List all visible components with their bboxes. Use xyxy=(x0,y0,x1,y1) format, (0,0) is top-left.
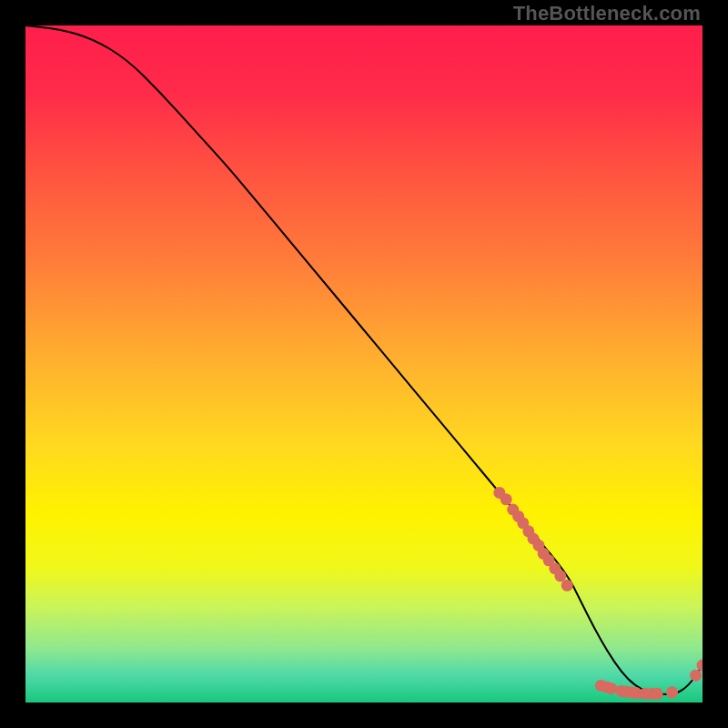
data-marker xyxy=(605,682,617,694)
watermark-text: TheBottleneck.com xyxy=(513,2,701,25)
plot-area xyxy=(25,25,703,703)
data-marker xyxy=(554,570,566,581)
data-marker xyxy=(690,670,702,682)
bottleneck-chart xyxy=(25,25,703,703)
gradient-background xyxy=(25,25,703,703)
data-marker xyxy=(561,580,573,592)
chart-container: TheBottleneck.com xyxy=(0,0,728,728)
data-marker xyxy=(652,688,663,700)
data-marker xyxy=(666,686,678,698)
data-marker xyxy=(500,493,512,505)
